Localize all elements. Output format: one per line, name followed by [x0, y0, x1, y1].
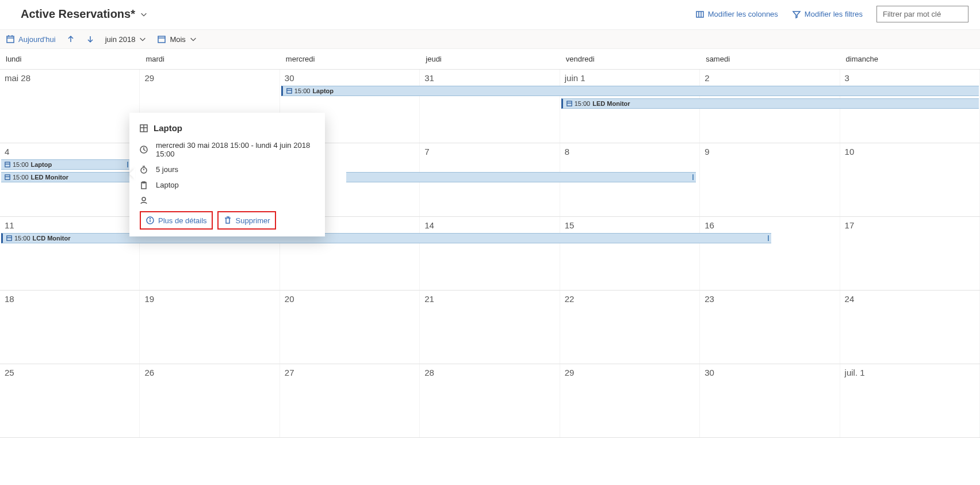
event-time: 15:00 — [294, 87, 311, 94]
weekday-label: lundi — [0, 49, 140, 69]
calendar-cell[interactable]: 16 — [700, 217, 840, 290]
filter-icon — [792, 10, 801, 19]
more-details-button[interactable]: Plus de détails — [140, 211, 213, 230]
date-label: 18 — [5, 294, 14, 304]
chevron-down-icon — [189, 35, 197, 43]
arrow-up-icon — [66, 35, 75, 44]
event-led-monitor-cont2[interactable] — [346, 172, 696, 182]
calendar-cell[interactable]: juil. 1 — [840, 364, 980, 437]
svg-rect-17 — [7, 236, 12, 240]
popup-resource: Laptop — [156, 181, 179, 189]
date-label: 21 — [424, 294, 434, 304]
event-label: LED Monitor — [592, 100, 630, 107]
calendar-cell[interactable]: 28 — [420, 364, 560, 437]
delete-button[interactable]: Supprimer — [217, 211, 276, 230]
date-label: 29 — [144, 73, 154, 83]
date-label: 23 — [705, 294, 714, 304]
calendar-cell[interactable]: 24 — [840, 291, 980, 364]
next-button[interactable] — [86, 35, 95, 44]
calendar-toolbar: Aujourd'hui juin 2018 Mois — [0, 29, 980, 49]
calendar-cell[interactable]: 18 — [0, 291, 140, 364]
stopwatch-icon — [140, 166, 148, 174]
calendar-cell[interactable]: 22 — [560, 291, 700, 364]
svg-rect-11 — [567, 101, 572, 106]
calendar-cell[interactable]: 27 — [280, 364, 420, 437]
weekday-label: mercredi — [280, 49, 420, 69]
date-label: 25 — [5, 368, 14, 377]
date-label: 17 — [845, 220, 855, 230]
columns-icon — [695, 10, 705, 19]
date-label: 31 — [424, 73, 434, 83]
calendar-weekday-header: lundi mardi mercredi jeudi vendredi same… — [0, 49, 980, 70]
person-icon — [140, 196, 148, 204]
date-label: 14 — [424, 220, 434, 230]
date-label: 3 — [845, 73, 849, 83]
svg-rect-0 — [696, 12, 703, 17]
view-selector[interactable]: Active Reservations* — [21, 7, 148, 21]
date-label: 19 — [144, 294, 154, 304]
calendar-row: 18 19 20 21 22 23 24 — [0, 291, 980, 364]
month-picker[interactable]: juin 2018 — [105, 35, 147, 44]
reservation-icon — [6, 235, 12, 241]
event-label: Laptop — [312, 87, 334, 94]
popup-time-range: mercredi 30 mai 2018 15:00 - lundi 4 jui… — [156, 141, 315, 158]
event-label: LCD Monitor — [33, 235, 71, 242]
calendar-cell[interactable]: 14 — [420, 217, 560, 290]
date-label: 4 — [5, 147, 9, 156]
weekday-label: samedi — [700, 49, 840, 69]
calendar-cell[interactable]: 29 — [560, 364, 700, 437]
svg-point-27 — [142, 197, 146, 201]
edit-filters-label: Modifier les filtres — [805, 10, 863, 18]
calendar-today-icon — [6, 35, 15, 44]
weekday-label: jeudi — [420, 49, 560, 69]
weekday-label: mardi — [140, 49, 280, 69]
edit-filters-button[interactable]: Modifier les filtres — [792, 10, 863, 19]
calendar-cell[interactable]: 17 — [840, 217, 980, 290]
date-label: 16 — [705, 220, 714, 230]
calendar-cell[interactable]: 26 — [140, 364, 280, 437]
event-laptop-cont[interactable]: 15:00 Laptop — [1, 159, 131, 170]
prev-button[interactable] — [66, 35, 75, 44]
svg-rect-7 — [158, 36, 165, 43]
calendar-cell[interactable]: 11 — [0, 217, 140, 290]
calendar-cell[interactable]: mai 28 — [0, 70, 140, 143]
calendar-cell[interactable]: 10 — [840, 143, 980, 216]
event-led-monitor-cont[interactable]: 15:00 LED Monitor — [1, 172, 131, 182]
calendar-cell[interactable]: 9 — [700, 143, 840, 216]
calendar-icon — [157, 35, 166, 44]
clipboard-icon — [140, 181, 148, 189]
clock-icon — [140, 146, 148, 154]
header-actions: Modifier les colonnes Modifier les filtr… — [695, 6, 968, 22]
calendar-cell[interactable]: 31 — [420, 70, 560, 143]
chevron-down-icon — [139, 35, 147, 43]
date-label: 20 — [285, 294, 294, 304]
calendar-cell[interactable]: 30 — [700, 364, 840, 437]
edit-columns-button[interactable]: Modifier les colonnes — [695, 10, 778, 19]
event-laptop[interactable]: 15:00 Laptop — [281, 86, 979, 96]
event-led-monitor[interactable]: 15:00 LED Monitor — [561, 98, 979, 109]
calendar-cell[interactable]: 19 — [140, 291, 280, 364]
calendar-row: 25 26 27 28 29 30 juil. 1 — [0, 364, 980, 438]
event-time: 15:00 — [575, 100, 591, 107]
page-header: Active Reservations* Modifier les colonn… — [0, 0, 980, 29]
calendar-cell[interactable]: 23 — [700, 291, 840, 364]
popup-title-row: Laptop — [140, 123, 315, 133]
weekday-label: dimanche — [840, 49, 980, 69]
date-label: 2 — [705, 73, 709, 83]
calendar-cell[interactable]: 20 — [280, 291, 420, 364]
svg-rect-9 — [287, 89, 292, 93]
calendar-cell[interactable]: 15 — [560, 217, 700, 290]
event-detail-popup: Laptop mercredi 30 mai 2018 15:00 - lund… — [129, 113, 325, 236]
date-label: 24 — [845, 294, 855, 304]
calendar-cell[interactable]: 25 — [0, 364, 140, 437]
date-label: 22 — [565, 294, 575, 304]
date-label: juin 1 — [565, 73, 585, 83]
more-details-label: Plus de détails — [158, 216, 207, 225]
today-button[interactable]: Aujourd'hui — [6, 35, 56, 44]
calendar-cell[interactable]: 21 — [420, 291, 560, 364]
view-mode-picker[interactable]: Mois — [157, 35, 197, 44]
popup-user-row — [140, 196, 315, 204]
filter-keyword-input[interactable] — [876, 6, 968, 22]
event-lcd-monitor[interactable]: 15:00 LCD Monitor — [1, 233, 771, 243]
delete-label: Supprimer — [236, 216, 270, 225]
